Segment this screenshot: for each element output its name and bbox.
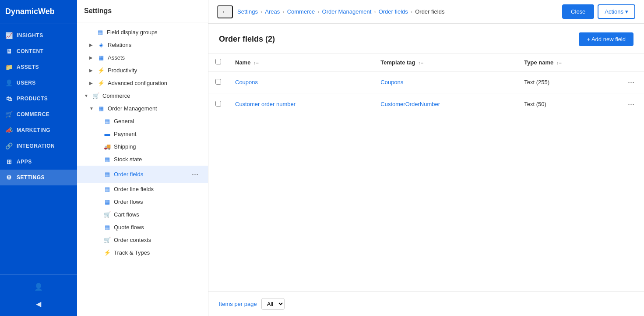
actions-label: Actions [605,8,623,15]
table: Name ↑≡ Template tag ↑≡ Type name ↑≡ [208,53,644,115]
tree-item-productivity-label: Productivity [108,67,201,74]
marketing-icon: 📣 [5,127,13,134]
tree-item-advanced-configuration[interactable]: ▶ ⚡ Advanced configuration [77,77,208,89]
content-area: Order fields (2) + Add new field Name ↑≡ [208,24,644,316]
row-customer-order-number-context-menu-button[interactable]: ··· [625,99,637,109]
nav-item-settings[interactable]: ⚙ SETTINGS [0,170,77,185]
name-column-header[interactable]: Name ↑≡ [228,53,373,71]
general-icon: ▦ [103,118,111,124]
left-navigation: DynamicWeb 📈 INSIGHTS 🖥 CONTENT 📁 ASSETS… [0,0,77,316]
main-content: ← Settings › Areas › Commerce › Order Ma… [208,0,644,316]
tree-item-relations-label: Relations [108,42,201,48]
user-profile-button[interactable]: 👤 [0,278,77,295]
row-coupons-checkbox[interactable] [215,79,221,85]
tree-item-stock-state[interactable]: ▦ Stock state [77,153,208,166]
payment-icon: ▬ [103,131,111,137]
nav-item-integration[interactable]: 🔗 INTEGRATION [0,138,77,154]
productivity-icon: ⚡ [97,67,105,74]
actions-chevron-icon: ▾ [625,8,628,15]
tree-item-productivity[interactable]: ▶ ⚡ Productivity [77,64,208,77]
nav-item-insights-label: INSIGHTS [17,32,43,39]
tree-item-order-management[interactable]: ▼ ▦ Order Management [77,102,208,115]
topbar-actions: Close Actions ▾ [562,4,635,19]
breadcrumb-areas[interactable]: Areas [265,8,280,15]
tree-item-quote-flows[interactable]: ▦ Quote flows [77,221,208,234]
assets-expand-icon: ▶ [89,55,95,60]
tree-item-track-types[interactable]: ⚡ Track & Types [77,246,208,259]
breadcrumb-sep-4: › [374,8,376,15]
order-line-fields-icon: ▦ [103,186,111,192]
breadcrumb-sep-1: › [260,8,262,15]
tree-item-cart-flows[interactable]: 🛒 Cart flows [77,208,208,221]
nav-item-marketing[interactable]: 📣 MARKETING [0,122,77,138]
collapse-nav-button[interactable]: ◀ [0,295,77,312]
row-coupons-context-menu-button[interactable]: ··· [625,77,637,87]
table-row: Coupons Coupons Text (255) ··· [208,71,644,93]
nav-item-apps-label: APPS [17,159,32,165]
tree-item-order-fields[interactable]: ▦ Order fields ··· [77,166,208,183]
products-icon: 🛍 [5,95,13,102]
name-sort-icon: ↑≡ [253,60,259,65]
actions-button[interactable]: Actions ▾ [598,4,635,19]
breadcrumb-order-fields-link[interactable]: Order fields [379,8,408,15]
user-avatar-icon: 👤 [34,283,43,291]
nav-item-users[interactable]: 👤 USERS [0,75,77,91]
tree-item-shipping[interactable]: 🚚 Shipping [77,140,208,153]
tree-item-track-types-label: Track & Types [114,249,201,256]
row-customer-order-number-checkbox[interactable] [215,101,221,107]
template-tag-column-header[interactable]: Template tag ↑≡ [373,53,517,71]
breadcrumb-back-button[interactable]: ← [217,5,233,18]
items-per-page-select[interactable]: All [261,298,285,310]
cart-flows-icon: 🛒 [103,211,111,218]
tree-item-relations[interactable]: ▶ ◈ Relations [77,39,208,51]
apps-icon: ⊞ [5,158,13,165]
tree-item-assets-label: Assets [108,54,201,61]
order-management-expand-icon: ▼ [89,106,95,111]
type-name-column-label: Type name [524,59,553,66]
tree-item-order-contexts[interactable]: 🛒 Order contexts [77,234,208,246]
insights-icon: 📈 [5,32,13,39]
breadcrumb-order-management[interactable]: Order Management [322,8,372,15]
tree-item-order-flows[interactable]: ▦ Order flows [77,195,208,208]
row-coupons-name[interactable]: Coupons [228,71,373,93]
add-new-field-button[interactable]: + Add new field [579,32,633,46]
topbar: ← Settings › Areas › Commerce › Order Ma… [208,0,644,24]
nav-item-commerce[interactable]: 🛒 COMMERCE [0,107,77,122]
tree-item-field-display-groups[interactable]: ▦ Field display groups [77,26,208,39]
tree-item-payment[interactable]: ▬ Payment [77,128,208,140]
tree-item-commerce[interactable]: ▼ 🛒 Commerce [77,89,208,102]
commerce-expand-icon: ▼ [84,93,89,98]
tree-item-order-line-fields[interactable]: ▦ Order line fields [77,183,208,195]
row-coupons-template-tag[interactable]: Coupons [373,71,517,93]
nav-item-insights[interactable]: 📈 INSIGHTS [0,28,77,43]
row-customer-order-number-name[interactable]: Customer order number [228,93,373,115]
row-customer-order-number-actions-cell: ··· [618,93,644,115]
breadcrumb-commerce[interactable]: Commerce [287,8,315,15]
nav-item-content[interactable]: 🖥 CONTENT [0,43,77,59]
nav-item-integration-label: INTEGRATION [17,143,55,149]
tree-item-general[interactable]: ▦ General [77,115,208,128]
nav-item-settings-label: SETTINGS [17,174,45,181]
nav-item-assets-label: ASSETS [17,64,39,70]
relations-expand-icon: ▶ [89,43,95,47]
tree-item-assets[interactable]: ▶ ▦ Assets [77,51,208,64]
order-fields-context-menu-button[interactable]: ··· [189,169,201,180]
row-coupons-type-name: Text (255) [517,71,618,93]
nav-item-products[interactable]: 🛍 PRODUCTS [0,91,77,107]
breadcrumb-sep-2: › [282,8,284,15]
nav-item-assets[interactable]: 📁 ASSETS [0,59,77,75]
order-fields-table: Name ↑≡ Template tag ↑≡ Type name ↑≡ [208,53,644,291]
close-button[interactable]: Close [562,4,594,19]
track-types-icon: ⚡ [103,249,111,256]
row-customer-order-number-template-tag[interactable]: CustomerOrderNumber [373,93,517,115]
select-all-checkbox[interactable] [215,59,221,64]
tree-item-order-contexts-label: Order contexts [114,237,201,243]
nav-item-apps[interactable]: ⊞ APPS [0,154,77,170]
table-body: Coupons Coupons Text (255) ··· Customer … [208,71,644,115]
type-name-column-header[interactable]: Type name ↑≡ [517,53,618,71]
settings-panel-title: Settings [77,0,208,22]
users-icon: 👤 [5,79,13,86]
breadcrumb-settings[interactable]: Settings [237,8,258,15]
actions-column-header [618,53,644,71]
settings-tree: ▦ Field display groups ▶ ◈ Relations ▶ ▦… [77,22,208,316]
